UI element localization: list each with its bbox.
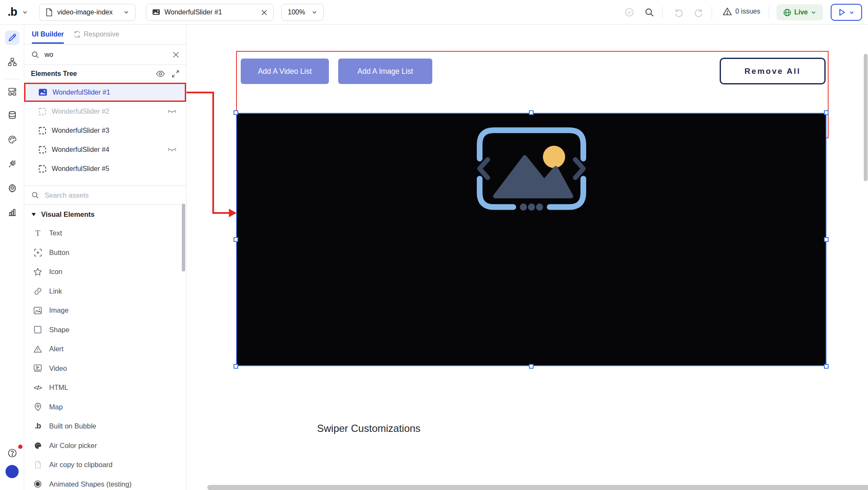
selection-handle-bottom-left[interactable]: [234, 364, 238, 369]
check-circle-icon[interactable]: [624, 7, 634, 17]
eye-icon[interactable]: [156, 70, 165, 77]
zoom-selector[interactable]: 100%: [281, 4, 324, 21]
palette-item-label: Button: [49, 249, 70, 257]
swiper-customizations-label: Swiper Customizations: [317, 423, 420, 434]
logo-chevron-down-icon[interactable]: [22, 9, 28, 15]
selection-handle-top-center[interactable]: [529, 110, 534, 115]
tree-item-wonderfulslider-4[interactable]: WonderfulSlider #4: [24, 140, 186, 159]
tree-item-wonderfulslider-2[interactable]: WonderfulSlider #2: [24, 102, 186, 121]
selection-handle-bottom-center[interactable]: [529, 364, 534, 369]
palette-item-label: Text: [49, 229, 62, 237]
red-annotation-arrow: [182, 85, 242, 246]
workflow-sitemap-icon[interactable]: [5, 55, 19, 69]
palette-item-text[interactable]: T Text: [24, 224, 186, 243]
tab-ui-builder[interactable]: UI Builder: [32, 31, 64, 38]
page-chevron-down-icon: [123, 9, 129, 15]
redo-icon[interactable]: [693, 7, 704, 17]
triangle-down-icon: [31, 213, 36, 216]
palette-item-shape[interactable]: Shape: [24, 320, 186, 340]
horizontal-scrollbar[interactable]: [207, 485, 868, 490]
code-icon: </>: [33, 384, 43, 391]
panel-scrollbar-thumb[interactable]: [182, 204, 185, 272]
palette-item-alert[interactable]: Alert: [24, 339, 186, 359]
tree-item-label: WonderfulSlider #1: [53, 89, 110, 96]
palette-item-html[interactable]: </> HTML: [24, 378, 186, 398]
notification-dot: [18, 445, 22, 449]
bubble-logo-icon: .b: [33, 422, 43, 431]
assets-search-input[interactable]: [45, 191, 179, 199]
palette-item-button[interactable]: Button: [24, 243, 186, 263]
logs-chart-icon[interactable]: [5, 205, 19, 219]
wonderfulslider-element[interactable]: [236, 113, 826, 366]
closed-eye-icon[interactable]: [167, 109, 177, 114]
clipboard-page-icon: [33, 461, 43, 469]
undo-icon[interactable]: [674, 7, 684, 17]
visual-elements-section-header[interactable]: Visual Elements: [24, 205, 186, 224]
selection-handle-top-right[interactable]: [824, 110, 829, 115]
palette-item-label: HTML: [49, 384, 68, 392]
data-database-icon[interactable]: [5, 108, 19, 123]
palette-item-image[interactable]: Image: [24, 301, 186, 320]
play-icon: [839, 8, 846, 16]
elements-tree-title: Elements Tree: [31, 70, 149, 78]
palette-item-built-on-bubble[interactable]: .b Built on Bubble: [24, 417, 186, 436]
selection-handle-top-left[interactable]: [234, 110, 238, 115]
palette-item-map[interactable]: Map: [24, 398, 186, 417]
help-question-icon[interactable]: [5, 446, 19, 460]
palette-item-icon[interactable]: Icon: [24, 262, 186, 282]
account-avatar[interactable]: [6, 465, 19, 478]
closed-eye-icon[interactable]: [167, 147, 177, 152]
image-icon: [33, 307, 43, 314]
close-tab-icon[interactable]: [261, 9, 267, 16]
video-icon: [33, 364, 43, 372]
square-icon: [33, 326, 43, 333]
element-search-input[interactable]: [45, 51, 167, 59]
dashed-box-icon: [39, 165, 46, 173]
remove-all-button[interactable]: Remove All: [720, 58, 826, 84]
design-pencil-icon[interactable]: [5, 31, 19, 45]
page-icon: [45, 8, 53, 17]
toolbar-divider: [769, 6, 769, 18]
live-label: Live: [794, 8, 808, 16]
plugins-plug-icon[interactable]: [5, 157, 19, 171]
clear-search-icon[interactable]: [172, 51, 179, 58]
bubble-logo[interactable]: .b: [8, 6, 17, 19]
settings-gear-icon[interactable]: [5, 181, 19, 195]
selection-handle-middle-left[interactable]: [234, 237, 238, 242]
page-selector[interactable]: video-image-index: [39, 4, 136, 21]
live-environment-dropdown[interactable]: Live: [776, 4, 823, 20]
search-icon: [31, 191, 39, 199]
palette-item-animated-shapes[interactable]: Animated Shapes (testing): [24, 475, 186, 490]
tree-item-wonderfulslider-1[interactable]: WonderfulSlider #1: [24, 83, 186, 102]
add-video-list-button[interactable]: Add A Video List: [241, 59, 329, 84]
slider-placeholder-icon: [474, 125, 589, 213]
search-icon[interactable]: [644, 7, 654, 17]
styles-palette-icon[interactable]: [5, 132, 19, 147]
palette-item-link[interactable]: Link: [24, 282, 186, 301]
expand-arrows-icon[interactable]: [172, 70, 179, 78]
tab-responsive[interactable]: Responsive: [73, 31, 120, 38]
preview-run-button[interactable]: [831, 4, 862, 21]
elements-tree: WonderfulSlider #1 WonderfulSlider #2 Wo…: [24, 83, 186, 178]
tree-item-wonderfulslider-5[interactable]: WonderfulSlider #5: [24, 159, 186, 178]
link-icon: [33, 287, 43, 295]
panel-tabs: UI Builder Responsive: [24, 25, 186, 45]
palette-item-air-color-picker[interactable]: Air Color picker: [24, 436, 186, 456]
design-canvas[interactable]: Add A Video List Add A Image List Remove…: [186, 25, 868, 490]
vertical-scrollbar-thumb[interactable]: [864, 54, 868, 181]
element-tab[interactable]: WonderfulSlider #1: [146, 4, 274, 21]
add-image-list-button[interactable]: Add A Image List: [338, 59, 432, 84]
palette-item-video[interactable]: Video: [24, 359, 186, 378]
palette-item-air-copy-to-clipboard[interactable]: Air copy to clipboard: [24, 455, 186, 475]
palette-item-label: Video: [49, 364, 67, 372]
tree-item-wonderfulslider-3[interactable]: WonderfulSlider #3: [24, 121, 186, 140]
page-selector-label: video-image-index: [57, 8, 113, 16]
dashed-box-icon: [39, 146, 46, 154]
selection-handle-middle-right[interactable]: [824, 237, 829, 242]
map-pin-icon: [33, 403, 43, 411]
issues-indicator[interactable]: 0 issues: [723, 7, 760, 16]
components-blocks-icon[interactable]: [5, 84, 19, 99]
assets-search-row: [24, 185, 186, 205]
toolbar-divider: [662, 6, 663, 18]
selection-handle-bottom-right[interactable]: [824, 364, 829, 369]
